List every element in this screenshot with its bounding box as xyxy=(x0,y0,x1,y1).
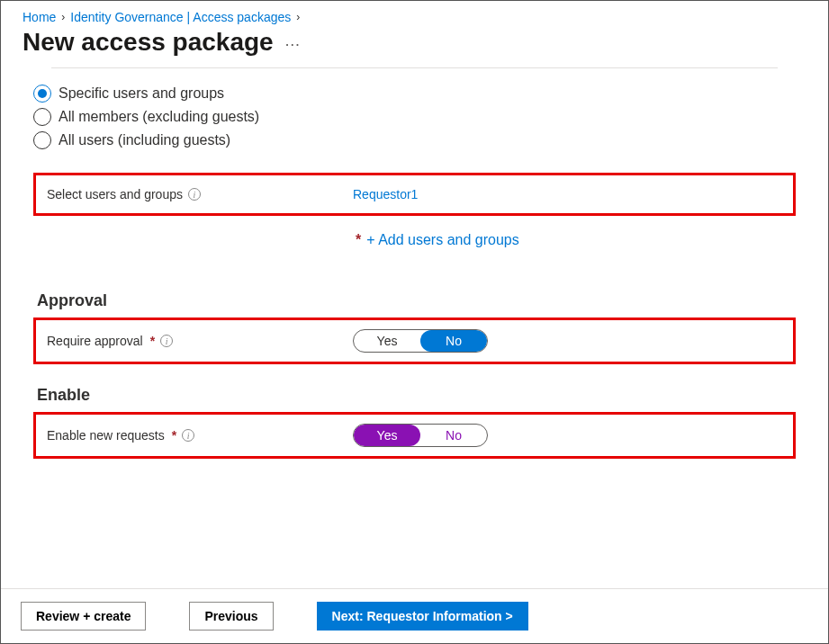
enable-new-requests-row: Enable new requests * i Yes No xyxy=(33,412,796,459)
radio-specific-users[interactable]: Specific users and groups xyxy=(33,85,796,103)
toggle-yes[interactable]: Yes xyxy=(354,425,420,446)
radio-icon xyxy=(33,85,51,103)
enable-heading: Enable xyxy=(37,386,796,405)
info-icon[interactable]: i xyxy=(160,335,173,347)
breadcrumb-parent[interactable]: Identity Governance | Access packages xyxy=(70,10,291,24)
previous-button[interactable]: Previous xyxy=(189,602,273,631)
radio-icon xyxy=(33,131,51,149)
page-title: New access package xyxy=(23,28,274,57)
divider xyxy=(51,67,778,68)
radio-label: All members (excluding guests) xyxy=(59,109,259,125)
add-users-link[interactable]: + Add users and groups xyxy=(366,232,518,248)
require-approval-row: Require approval * i Yes No xyxy=(33,318,796,364)
info-icon[interactable]: i xyxy=(188,188,201,201)
select-users-label: Select users and groups xyxy=(47,187,183,201)
required-star-icon: * xyxy=(356,232,361,248)
chevron-right-icon: › xyxy=(296,11,300,23)
review-create-button[interactable]: Review + create xyxy=(21,602,146,631)
toggle-no[interactable]: No xyxy=(420,425,487,446)
info-icon[interactable]: i xyxy=(182,429,194,442)
require-approval-toggle[interactable]: Yes No xyxy=(353,329,488,353)
request-scope-radio-group: Specific users and groups All members (e… xyxy=(33,85,796,149)
next-button[interactable]: Next: Requestor Information > xyxy=(317,602,528,631)
radio-all-members[interactable]: All members (excluding guests) xyxy=(33,108,796,126)
select-users-row: Select users and groups i Requestor1 xyxy=(33,173,796,216)
require-approval-label: Require approval xyxy=(47,334,143,348)
breadcrumb: Home › Identity Governance | Access pack… xyxy=(1,1,828,28)
radio-all-users[interactable]: All users (including guests) xyxy=(33,131,796,149)
selected-user-value[interactable]: Requestor1 xyxy=(353,187,418,201)
approval-heading: Approval xyxy=(37,291,796,310)
more-icon[interactable]: … xyxy=(284,31,301,54)
radio-label: Specific users and groups xyxy=(59,85,224,102)
chevron-right-icon: › xyxy=(61,11,65,23)
toggle-no[interactable]: No xyxy=(420,330,487,352)
add-users-row: * + Add users and groups xyxy=(33,221,796,270)
radio-label: All users (including guests) xyxy=(59,132,230,148)
wizard-footer: Review + create Previous Next: Requestor… xyxy=(1,588,828,643)
toggle-yes[interactable]: Yes xyxy=(354,330,420,352)
required-star-icon: * xyxy=(172,428,176,443)
breadcrumb-home[interactable]: Home xyxy=(23,10,56,24)
required-star-icon: * xyxy=(150,334,155,348)
enable-new-requests-toggle[interactable]: Yes No xyxy=(353,424,488,447)
enable-new-requests-label: Enable new requests xyxy=(47,428,165,443)
radio-icon xyxy=(33,108,51,126)
